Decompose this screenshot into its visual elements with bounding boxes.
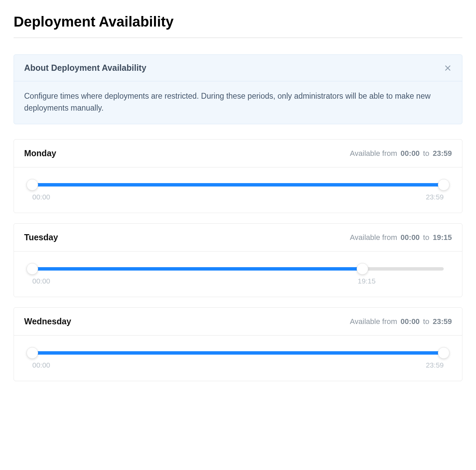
slider-area: 00:0023:59: [14, 336, 462, 381]
slider-fill: [32, 183, 444, 187]
slider-start-label: 00:00: [32, 361, 50, 369]
slider-start-label: 00:00: [32, 193, 50, 201]
day-name: Wednesday: [24, 317, 71, 326]
slider-labels: 00:0023:59: [28, 361, 448, 369]
title-divider: [14, 37, 462, 38]
available-from-value: 00:00: [401, 149, 420, 158]
info-banner-body: Configure times where deployments are re…: [14, 81, 462, 124]
slider-handle-end[interactable]: [357, 263, 368, 275]
close-icon: [444, 64, 452, 72]
available-from-value: 00:00: [401, 233, 420, 242]
info-banner: About Deployment Availability Configure …: [14, 54, 462, 124]
availability-summary: Available from00:00to19:15: [350, 233, 452, 242]
slider-end-label: 23:59: [426, 361, 444, 369]
page-title: Deployment Availability: [14, 14, 462, 30]
day-header: TuesdayAvailable from00:00to19:15: [14, 224, 462, 252]
time-range-slider[interactable]: [28, 347, 448, 359]
time-range-slider[interactable]: [28, 179, 448, 191]
slider-end-label: 23:59: [426, 193, 444, 201]
slider-labels: 00:0019:15: [28, 277, 448, 285]
available-from-label: Available from: [350, 317, 397, 326]
available-to-value: 19:15: [433, 233, 452, 242]
day-card: TuesdayAvailable from00:00to19:1500:0019…: [14, 223, 462, 297]
day-header: MondayAvailable from00:00to23:59: [14, 140, 462, 167]
available-to-label: to: [423, 233, 429, 242]
available-to-label: to: [423, 317, 429, 326]
slider-fill: [32, 267, 362, 271]
info-banner-title: About Deployment Availability: [24, 63, 146, 73]
day-name: Monday: [24, 148, 56, 158]
info-banner-header: About Deployment Availability: [14, 55, 462, 81]
available-from-value: 00:00: [401, 317, 420, 326]
slider-start-label: 00:00: [32, 277, 50, 285]
slider-handle-start[interactable]: [27, 263, 38, 275]
slider-handle-start[interactable]: [27, 179, 38, 191]
available-to-label: to: [423, 149, 429, 158]
day-card: MondayAvailable from00:00to23:5900:0023:…: [14, 139, 462, 213]
slider-handle-end[interactable]: [438, 347, 449, 359]
availability-summary: Available from00:00to23:59: [350, 317, 452, 326]
slider-handle-end[interactable]: [438, 179, 449, 191]
close-button[interactable]: [444, 64, 452, 72]
day-header: WednesdayAvailable from00:00to23:59: [14, 308, 462, 336]
slider-end-label: 19:15: [358, 277, 376, 285]
day-card: WednesdayAvailable from00:00to23:5900:00…: [14, 307, 462, 381]
time-range-slider[interactable]: [28, 263, 448, 275]
available-to-value: 23:59: [433, 149, 452, 158]
slider-area: 00:0023:59: [14, 167, 462, 213]
available-to-value: 23:59: [433, 317, 452, 326]
slider-labels: 00:0023:59: [28, 193, 448, 201]
slider-handle-start[interactable]: [27, 347, 38, 359]
day-name: Tuesday: [24, 232, 58, 242]
availability-summary: Available from00:00to23:59: [350, 149, 452, 158]
available-from-label: Available from: [350, 149, 397, 158]
slider-fill: [32, 351, 444, 355]
available-from-label: Available from: [350, 233, 397, 242]
slider-area: 00:0019:15: [14, 252, 462, 297]
